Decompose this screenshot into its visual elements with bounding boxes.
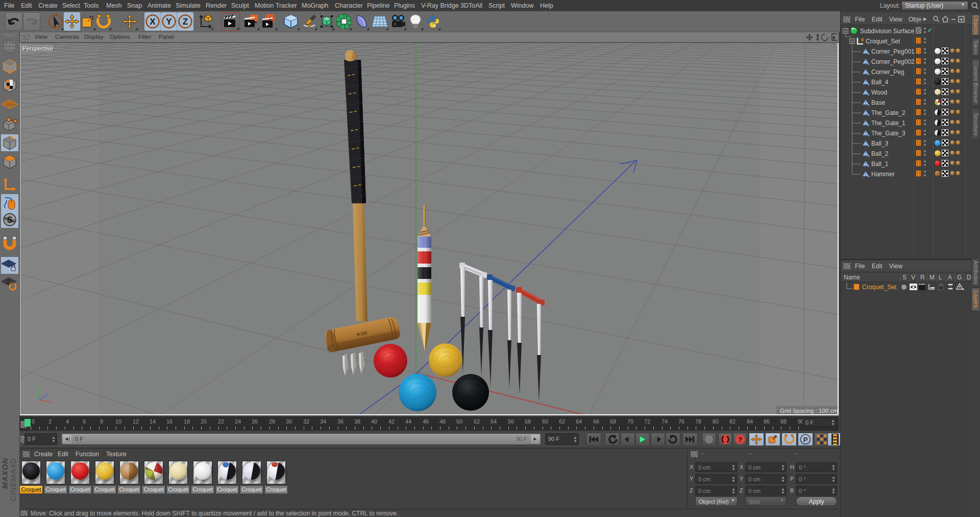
svg-text:Z: Z: [183, 17, 188, 27]
svg-text:Grid Spacing : 100 cm: Grid Spacing : 100 cm: [780, 408, 838, 414]
svg-text:Z: Z: [45, 392, 48, 397]
svg-text:Y: Y: [35, 384, 38, 389]
svg-text:S: S: [7, 216, 13, 224]
svg-text:X: X: [150, 17, 156, 27]
svg-text:Perspective: Perspective: [22, 45, 53, 52]
svg-text:X: X: [49, 400, 52, 405]
svg-text:?: ?: [738, 436, 742, 443]
svg-text:P: P: [803, 436, 808, 443]
svg-text:0: 0: [861, 37, 864, 42]
svg-text:Y: Y: [166, 17, 172, 27]
